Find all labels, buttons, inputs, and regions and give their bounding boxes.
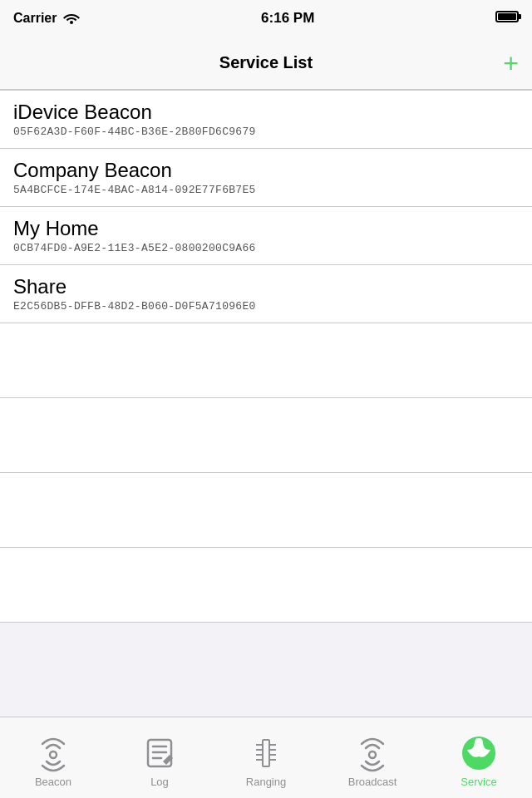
status-time: 6:16 PM — [261, 10, 314, 27]
tab-service-label: Service — [461, 776, 496, 788]
item-name: iDevice Beacon — [13, 101, 519, 124]
add-service-button[interactable]: + — [503, 50, 519, 76]
carrier-label: Carrier — [13, 11, 57, 26]
status-bar: Carrier 6:16 PM — [0, 0, 532, 37]
item-uuid: 0CB74FD0-A9E2-11E3-A5E2-0800200C9A66 — [13, 242, 519, 254]
tab-broadcast-label: Broadcast — [348, 776, 397, 788]
battery-icon — [495, 10, 519, 27]
empty-row — [0, 548, 532, 623]
empty-row — [0, 473, 532, 548]
nav-title: Service List — [219, 53, 313, 72]
wifi-icon — [63, 11, 80, 27]
status-left: Carrier — [13, 11, 80, 27]
list-item[interactable]: My Home 0CB74FD0-A9E2-11E3-A5E2-0800200C… — [0, 207, 532, 265]
list-item[interactable]: Company Beacon 5A4BCFCE-174E-4BAC-A814-0… — [0, 149, 532, 207]
item-uuid: E2C56DB5-DFFB-48D2-B060-D0F5A71096E0 — [13, 300, 519, 313]
tab-log-label: Log — [150, 776, 169, 788]
item-uuid: 05F62A3D-F60F-44BC-B36E-2B80FD6C9679 — [13, 126, 519, 138]
ranging-icon — [244, 734, 288, 772]
tab-log[interactable]: Log — [106, 727, 213, 788]
log-icon — [137, 734, 182, 772]
tab-beacon[interactable]: Beacon — [0, 727, 106, 788]
svg-rect-5 — [263, 740, 269, 766]
nav-bar: Service List + — [0, 37, 532, 90]
empty-row — [0, 323, 532, 398]
empty-row — [0, 398, 532, 473]
list-item[interactable]: iDevice Beacon 05F62A3D-F60F-44BC-B36E-2… — [0, 91, 532, 149]
tab-bar: Beacon Log — [0, 717, 532, 798]
item-name: Share — [13, 275, 519, 298]
svg-point-14 — [369, 751, 376, 758]
item-uuid: 5A4BCFCE-174E-4BAC-A814-092E77F6B7E5 — [13, 184, 519, 196]
item-name: My Home — [13, 217, 519, 240]
tab-service[interactable]: Service — [426, 727, 532, 788]
svg-point-0 — [50, 751, 57, 758]
list-item[interactable]: Share E2C56DB5-DFFB-48D2-B060-D0F5A71096… — [0, 265, 532, 323]
service-icon — [456, 734, 501, 772]
tab-ranging-label: Ranging — [246, 776, 286, 788]
item-name: Company Beacon — [13, 159, 519, 182]
broadcast-icon — [350, 734, 395, 772]
tab-ranging[interactable]: Ranging — [213, 727, 319, 788]
tab-broadcast[interactable]: Broadcast — [319, 727, 426, 788]
tab-beacon-label: Beacon — [35, 776, 71, 788]
service-list: iDevice Beacon 05F62A3D-F60F-44BC-B36E-2… — [0, 90, 532, 623]
beacon-icon — [31, 734, 76, 772]
